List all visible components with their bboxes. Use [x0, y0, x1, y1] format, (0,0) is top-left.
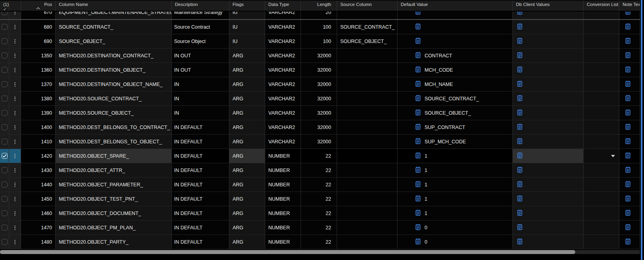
- cell-db-client-values[interactable]: [513, 92, 584, 106]
- kebab-menu-icon[interactable]: ⋮: [12, 53, 17, 58]
- column-header-column-name[interactable]: Column Name: [56, 1, 172, 11]
- cell-note-text[interactable]: [619, 178, 640, 192]
- kebab-menu-icon[interactable]: ⋮: [12, 82, 17, 87]
- cell-conversion-list[interactable]: [584, 106, 619, 120]
- row-select-cell[interactable]: [0, 20, 9, 34]
- cell-data-type[interactable]: VARCHAR2: [265, 12, 301, 19]
- cell-description[interactable]: IN: [172, 92, 229, 106]
- cell-column-name[interactable]: METHOD20.DESTINATION_OBJECT_: [56, 63, 172, 77]
- column-header-db-client-values[interactable]: Db Client Values: [513, 1, 584, 11]
- cell-default-value[interactable]: [398, 12, 513, 19]
- db-client-values-note-icon[interactable]: [517, 238, 522, 246]
- cell-flags[interactable]: ARG: [229, 192, 265, 206]
- column-header-select[interactable]: (1)✓: [0, 1, 9, 11]
- default-value-note-icon[interactable]: [415, 123, 421, 131]
- cell-source-column[interactable]: [337, 63, 398, 77]
- row-select-cell[interactable]: [0, 163, 9, 177]
- cell-note-text[interactable]: [619, 63, 640, 77]
- row-checkbox[interactable]: [2, 38, 8, 44]
- cell-default-value[interactable]: 1: [398, 149, 513, 163]
- cell-length[interactable]: 32000: [301, 106, 337, 120]
- cell-column-name[interactable]: METHOD20.SOURCE_CONTRACT_: [56, 92, 172, 106]
- default-value-note-icon[interactable]: [415, 152, 421, 160]
- column-header-row-menu[interactable]: [9, 1, 21, 11]
- cell-length[interactable]: 32000: [301, 63, 337, 77]
- db-client-values-note-icon[interactable]: [517, 109, 522, 117]
- column-header-note-text[interactable]: Note Text: [619, 1, 640, 11]
- cell-description[interactable]: IN DEFAULT: [172, 206, 229, 220]
- cell-flags[interactable]: ARG: [229, 163, 265, 177]
- cell-source-column[interactable]: [337, 49, 398, 63]
- horizontal-scrollbar-thumb[interactable]: [0, 250, 575, 254]
- column-header-data-type[interactable]: Data Type: [265, 1, 301, 11]
- cell-length[interactable]: 32000: [301, 135, 337, 149]
- cell-flags[interactable]: ARG: [229, 206, 265, 220]
- column-header-source-column[interactable]: Source Column: [337, 1, 398, 11]
- note-text-note-icon[interactable]: [625, 166, 630, 174]
- cell-source-column[interactable]: [337, 163, 398, 177]
- table-row[interactable]: ⋮680SOURCE_CONTRACT_Source ContractIUVAR…: [0, 20, 640, 34]
- cell-note-text[interactable]: [619, 149, 640, 163]
- table-row[interactable]: ⋮1380METHOD20.SOURCE_CONTRACT_INARGVARCH…: [0, 92, 640, 106]
- cell-description[interactable]: IN DEFAULT: [172, 163, 229, 177]
- cell-db-client-values[interactable]: [513, 192, 584, 206]
- row-select-cell[interactable]: [0, 235, 9, 249]
- row-menu-cell[interactable]: ⋮: [9, 235, 21, 249]
- row-menu-cell[interactable]: ⋮: [9, 49, 21, 63]
- cell-conversion-list[interactable]: [584, 149, 619, 163]
- cell-column-name[interactable]: METHOD20.OBJECT_PM_PLAN_: [56, 221, 172, 235]
- table-row[interactable]: ⋮1350METHOD20.DESTINATION_CONTRACT_IN OU…: [0, 49, 640, 63]
- cell-pos[interactable]: 1420: [21, 149, 56, 163]
- cell-db-client-values[interactable]: [513, 206, 584, 220]
- row-menu-cell[interactable]: ⋮: [9, 221, 21, 235]
- cell-data-type[interactable]: VARCHAR2: [265, 92, 301, 106]
- cell-description[interactable]: Maintenance Strategy: [172, 12, 229, 19]
- cell-source-column[interactable]: [337, 92, 398, 106]
- row-select-cell[interactable]: [0, 149, 9, 163]
- cell-note-text[interactable]: [619, 135, 640, 149]
- column-header-description[interactable]: Description: [172, 1, 229, 11]
- cell-default-value[interactable]: 0: [398, 221, 513, 235]
- note-text-note-icon[interactable]: [625, 37, 630, 45]
- row-menu-cell[interactable]: ⋮: [9, 12, 21, 19]
- cell-conversion-list[interactable]: [584, 135, 619, 149]
- cell-conversion-list[interactable]: [584, 206, 619, 220]
- cell-data-type[interactable]: NUMBER: [265, 221, 301, 235]
- cell-column-name[interactable]: SOURCE_OBJECT_: [56, 34, 172, 48]
- cell-db-client-values[interactable]: [513, 49, 584, 63]
- row-menu-cell[interactable]: ⋮: [9, 206, 21, 220]
- row-select-cell[interactable]: [0, 49, 9, 63]
- cell-flags[interactable]: ARG: [229, 77, 265, 91]
- cell-source-column[interactable]: SOURCE_CONTRACT_: [337, 20, 398, 34]
- kebab-menu-icon[interactable]: ⋮: [12, 225, 17, 230]
- cell-note-text[interactable]: [619, 92, 640, 106]
- cell-default-value[interactable]: 1: [398, 163, 513, 177]
- cell-column-name[interactable]: METHOD20.OBJECT_PARAMETER_: [56, 178, 172, 192]
- note-text-note-icon[interactable]: [625, 80, 630, 88]
- row-checkbox[interactable]: [2, 139, 8, 145]
- cell-length[interactable]: 32000: [301, 120, 337, 134]
- note-text-note-icon[interactable]: [625, 52, 630, 59]
- cell-conversion-list[interactable]: [584, 63, 619, 77]
- db-client-values-note-icon[interactable]: [517, 138, 522, 145]
- cell-column-name[interactable]: METHOD20.OBJECT_ATTR_: [56, 163, 172, 177]
- cell-flags[interactable]: IU: [229, 20, 265, 34]
- db-client-values-note-icon[interactable]: [517, 95, 522, 102]
- cell-column-name[interactable]: METHOD20.DEST_BELONGS_TO_OBJECT_: [56, 135, 172, 149]
- default-value-note-icon[interactable]: [415, 138, 421, 145]
- cell-description[interactable]: IN DEFAULT: [172, 135, 229, 149]
- cell-conversion-list[interactable]: [584, 12, 619, 19]
- cell-column-name[interactable]: METHOD20.DESTINATION_OBJECT_NAME_: [56, 77, 172, 91]
- db-client-values-note-icon[interactable]: [517, 195, 522, 203]
- table-row[interactable]: ⋮1420METHOD20.OBJECT_SPARE_IN DEFAULTARG…: [0, 149, 640, 163]
- table-row[interactable]: ⋮1360METHOD20.DESTINATION_OBJECT_IN OUTA…: [0, 63, 640, 77]
- cell-length[interactable]: 22: [301, 192, 337, 206]
- db-client-values-note-icon[interactable]: [517, 181, 522, 188]
- note-text-note-icon[interactable]: [625, 123, 630, 131]
- row-select-cell[interactable]: [0, 221, 9, 235]
- cell-column-name[interactable]: METHOD20.OBJECT_PARTY_: [56, 235, 172, 249]
- cell-description[interactable]: IN DEFAULT: [172, 192, 229, 206]
- row-menu-cell[interactable]: ⋮: [9, 34, 21, 48]
- note-text-note-icon[interactable]: [625, 12, 630, 16]
- row-checkbox[interactable]: [2, 110, 8, 116]
